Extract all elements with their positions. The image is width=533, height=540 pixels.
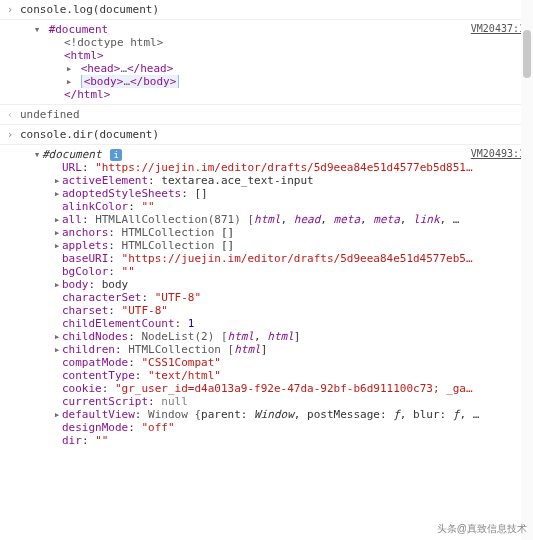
property-key: currentScript <box>62 395 148 408</box>
property-type: HTMLCollection <box>122 226 221 239</box>
console-return-row: ‹ undefined <box>0 105 533 125</box>
dom-html-close: </html> <box>20 88 533 101</box>
disclosure-closed-icon[interactable]: ▸ <box>52 278 62 291</box>
property-value: [] <box>194 187 207 200</box>
collection-item: html <box>234 343 261 356</box>
property-key: activeElement <box>62 174 148 187</box>
property-row[interactable]: ▸applets: HTMLCollection [] <box>20 239 533 252</box>
dom-head-close: </head> <box>127 62 173 75</box>
property-key: dir <box>62 434 82 447</box>
property-value: "CSS1Compat" <box>141 356 220 369</box>
property-key: contentType <box>62 369 135 382</box>
console-output-row: ▾#document i VM20493:1 URL: "https://jue… <box>0 145 533 450</box>
property-value: body <box>102 278 129 291</box>
property-value: "" <box>122 265 135 278</box>
property-row[interactable]: currentScript: null <box>20 395 533 408</box>
property-type: HTMLCollection <box>122 239 221 252</box>
input-code: console.dir(document) <box>20 128 533 141</box>
dom-body-hovered[interactable]: <body>…</body> <box>81 75 180 88</box>
disclosure-closed-icon[interactable]: ▸ <box>52 330 62 343</box>
property-row[interactable]: ▸adoptedStyleSheets: [] <box>20 187 533 200</box>
property-key: body <box>62 278 89 291</box>
property-key: applets <box>62 239 108 252</box>
property-key: childNodes <box>62 330 128 343</box>
input-icon: › <box>0 128 20 141</box>
property-value: [] <box>221 226 234 239</box>
property-value: "UTF-8" <box>155 291 201 304</box>
return-value: undefined <box>20 108 533 121</box>
info-icon[interactable]: i <box>110 149 122 161</box>
property-row[interactable]: ▸all: HTMLAllCollection(871) [html, head… <box>20 213 533 226</box>
property-value: 1 <box>188 317 195 330</box>
property-type: Window { <box>148 408 201 421</box>
disclosure-closed-icon[interactable]: ▸ <box>64 62 74 75</box>
scrollbar[interactable] <box>521 0 533 540</box>
collection-item: head <box>294 213 321 226</box>
disclosure-open-icon[interactable]: ▾ <box>32 23 42 36</box>
property-row[interactable]: baseURI: "https://juejin.im/editor/draft… <box>20 252 533 265</box>
property-row[interactable]: ▸childNodes: NodeList(2) [html, html] <box>20 330 533 343</box>
property-row[interactable]: ▸activeElement: textarea.ace_text-input <box>20 174 533 187</box>
disclosure-closed-icon[interactable]: ▸ <box>52 239 62 252</box>
console-input-row: › console.log(document) <box>0 0 533 20</box>
property-key: all <box>62 213 82 226</box>
disclosure-closed-icon[interactable]: ▸ <box>52 187 62 200</box>
disclosure-closed-icon[interactable]: ▸ <box>52 174 62 187</box>
property-value: null <box>161 395 188 408</box>
property-row[interactable]: ▸body: body <box>20 278 533 291</box>
property-value: textarea.ace_text-input <box>161 174 313 187</box>
watermark: 头条@真致信息技术 <box>437 522 527 536</box>
property-row[interactable]: charset: "UTF-8" <box>20 304 533 317</box>
property-row[interactable]: ▸defaultView: Window {parent: Window, po… <box>20 408 533 421</box>
console-input-row: › console.dir(document) <box>0 125 533 145</box>
property-row[interactable]: designMode: "off" <box>20 421 533 434</box>
property-key: baseURI <box>62 252 108 265</box>
property-row[interactable]: compatMode: "CSS1Compat" <box>20 356 533 369</box>
property-key: anchors <box>62 226 108 239</box>
console-output-row: ▾ #document VM20437:1 <!doctype html> <h… <box>0 20 533 105</box>
property-row[interactable]: ▸children: HTMLCollection [html] <box>20 343 533 356</box>
property-key: bgColor <box>62 265 108 278</box>
collection-item: html <box>267 330 294 343</box>
dom-document[interactable]: #document <box>49 23 109 36</box>
property-row[interactable]: ▸anchors: HTMLCollection [] <box>20 226 533 239</box>
property-value: "" <box>141 200 154 213</box>
collection-item: ƒ <box>393 408 400 421</box>
dom-html-open[interactable]: <html> <box>20 49 533 62</box>
disclosure-closed-icon[interactable]: ▸ <box>52 213 62 226</box>
property-value: [] <box>221 239 234 252</box>
property-row[interactable]: characterSet: "UTF-8" <box>20 291 533 304</box>
dir-document[interactable]: #document <box>42 148 102 161</box>
property-row[interactable]: contentType: "text/html" <box>20 369 533 382</box>
property-row[interactable]: dir: "" <box>20 434 533 447</box>
disclosure-open-icon[interactable]: ▾ <box>32 148 42 161</box>
property-key: designMode <box>62 421 128 434</box>
disclosure-closed-icon[interactable]: ▸ <box>52 343 62 356</box>
collection-item: link <box>413 213 440 226</box>
property-key: URL <box>62 161 82 174</box>
property-key: children <box>62 343 115 356</box>
property-row[interactable]: childElementCount: 1 <box>20 317 533 330</box>
dom-head-open[interactable]: <head> <box>81 62 121 75</box>
collection-item: meta <box>373 213 400 226</box>
property-row[interactable]: cookie: "gr_user_id=d4a013a9-f92e-47da-9… <box>20 382 533 395</box>
property-type: HTMLAllCollection(871) [ <box>95 213 254 226</box>
input-icon: › <box>0 3 20 16</box>
disclosure-closed-icon[interactable]: ▸ <box>52 226 62 239</box>
scrollbar-thumb[interactable] <box>523 30 531 78</box>
return-icon: ‹ <box>0 108 20 121</box>
property-key: childElementCount <box>62 317 175 330</box>
property-row[interactable]: URL: "https://juejin.im/editor/drafts/5d… <box>20 161 533 174</box>
collection-item: Window <box>254 408 294 421</box>
property-key: compatMode <box>62 356 128 369</box>
property-value: "https://juejin.im/editor/drafts/5d9eea8… <box>95 161 473 174</box>
property-value: "off" <box>141 421 174 434</box>
disclosure-closed-icon[interactable]: ▸ <box>52 408 62 421</box>
property-row[interactable]: alinkColor: "" <box>20 200 533 213</box>
property-value: "gr_user_id=d4a013a9-f92e-47da-92bf-b6d9… <box>115 382 473 395</box>
disclosure-closed-icon[interactable]: ▸ <box>64 75 74 88</box>
property-key: defaultView <box>62 408 135 421</box>
collection-item: html <box>254 213 281 226</box>
property-row[interactable]: bgColor: "" <box>20 265 533 278</box>
property-key: charset <box>62 304 108 317</box>
